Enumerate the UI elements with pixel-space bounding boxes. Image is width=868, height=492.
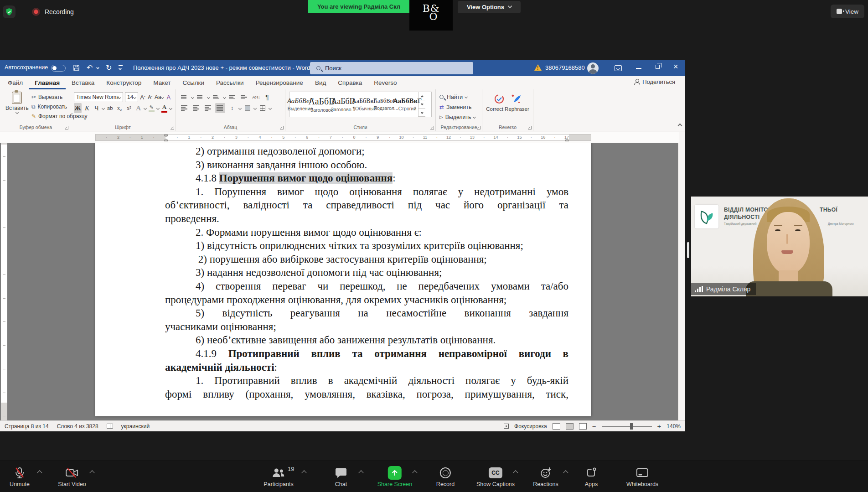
bullets-button[interactable] [180,92,190,102]
tab-ссылки[interactable]: Ссылки [177,76,211,89]
restore-button[interactable] [656,65,660,69]
font-size-combo[interactable]: 14 [125,92,138,102]
replace-button[interactable]: ⇄Заменить [439,103,478,111]
warning-icon[interactable] [534,64,542,71]
align-center-button[interactable] [191,103,202,113]
clear-formatting-button[interactable]: А [165,94,172,101]
dialog-launcher-icon[interactable] [65,126,68,129]
vertical-ruler[interactable] [1,143,7,420]
underline-button[interactable]: Ч [93,103,100,113]
sort-button[interactable]: АЯ↓ [251,92,261,102]
minimize-button[interactable] [636,68,641,69]
chevron-up-icon[interactable] [37,470,42,475]
tab-вставка[interactable]: Вставка [66,76,100,89]
correct-icon[interactable] [494,93,505,104]
view-options-button[interactable]: View Options [458,1,521,13]
dialog-launcher-icon[interactable] [430,126,434,129]
toolbar-show-captions[interactable]: CCShow Captions [476,466,515,487]
horizontal-ruler[interactable]: ·2·1·1·2·3·4·5·6·7·8·9·10·11·12·13·14·15… [95,134,591,141]
view-button[interactable]: View [831,5,864,18]
dialog-launcher-icon[interactable] [528,126,532,129]
find-button[interactable]: Найти [439,93,478,101]
style-item[interactable]: АаБбВЗаголовок [311,92,332,117]
toolbar-start-video[interactable]: Start Video [58,466,86,487]
paste-button[interactable]: Вставить [5,92,29,123]
zoom-out-button[interactable]: − [592,422,596,430]
highlight-button[interactable]: ✎ [148,103,155,113]
font-name-combo[interactable]: Times New Romar [74,92,123,102]
gallery-up-button[interactable] [418,92,425,100]
dialog-launcher-icon[interactable] [170,126,174,129]
select-button[interactable]: ▷Выделить [439,113,478,121]
borders-button[interactable] [258,103,267,113]
toolbar-record[interactable]: Record [436,466,455,487]
document-page[interactable]: 2) отримання недозволеної допомоги;3) ви… [95,143,591,416]
toolbar-unmute[interactable]: Unmute [10,466,30,487]
tab-рассылки[interactable]: Рассылки [210,76,250,89]
zoom-in-button[interactable]: + [657,422,661,430]
align-left-button[interactable] [180,103,190,113]
toolbar-chat[interactable]: Chat [334,466,348,487]
font-color-button[interactable]: А [161,103,168,113]
collapse-ribbon-button[interactable] [678,121,682,129]
bold-button[interactable]: Ж [74,103,82,113]
chevron-up-icon[interactable] [358,470,363,475]
style-item[interactable]: АаБбВвГгПодзагол... [375,92,397,117]
dialog-launcher-icon[interactable] [280,126,284,129]
strikethrough-button[interactable]: ab [106,103,114,113]
style-item[interactable]: АаБбВвГ¶Обычный [354,92,375,117]
align-right-button[interactable] [203,103,213,113]
shrink-font-button[interactable]: Аˇ [147,94,152,100]
gallery-down-button[interactable] [418,100,425,109]
numbering-button[interactable] [196,92,206,102]
pilcrow-button[interactable]: ¶ [263,92,271,102]
proofing-icon[interactable] [107,424,113,429]
tab-reverso[interactable]: Reverso [368,76,403,89]
toolbar-apps[interactable]: Apps [584,466,598,487]
line-spacing-button[interactable]: ↕ [227,103,237,113]
qat-more-button[interactable] [119,65,123,66]
account-avatar[interactable] [587,62,599,74]
chevron-up-icon[interactable] [563,470,568,475]
toolbar-share-screen[interactable]: Share Screen [377,466,412,487]
superscript-button[interactable]: x² [125,103,133,113]
print-layout-button[interactable] [566,423,574,430]
grow-font-button[interactable]: Аˆ [140,94,146,101]
tab-справка[interactable]: Справка [332,76,368,89]
tab-конструктор[interactable]: Конструктор [100,76,147,89]
toolbar-reactions[interactable]: Reactions [533,466,558,487]
close-button[interactable]: × [673,62,678,72]
language-indicator[interactable]: украинский [121,423,150,430]
search-input[interactable]: Поиск [310,62,473,74]
focus-icon[interactable] [504,424,509,429]
chevron-up-icon[interactable] [412,470,417,475]
save-button[interactable] [73,64,80,73]
decrease-indent-button[interactable] [227,92,238,102]
read-mode-button[interactable] [553,423,560,430]
italic-button[interactable]: К [83,103,91,113]
chevron-up-icon[interactable] [89,470,94,475]
increase-indent-button[interactable] [239,92,249,102]
chevron-up-icon[interactable] [301,470,306,475]
dialog-launcher-icon[interactable] [477,126,480,129]
subscript-button[interactable]: x₂ [116,103,124,113]
word-count[interactable]: Слово 4 из 3828 [57,423,98,430]
web-layout-button[interactable] [579,423,587,430]
style-item[interactable]: АаБбВеГВыделение [289,92,311,117]
toolbar-whiteboards[interactable]: Whiteboards [626,466,658,487]
change-case-button[interactable]: Аа [155,94,164,100]
autosave-toggle[interactable] [51,65,66,72]
focus-label[interactable]: Фокусировка [514,423,547,430]
video-panel-handle[interactable] [687,242,689,258]
tab-рецензирование[interactable]: Рецензирование [250,76,309,89]
redo-button[interactable]: ↻ [106,64,112,72]
multilevel-list-button[interactable] [212,92,222,102]
tab-макет[interactable]: Макет [147,76,176,89]
tab-главная[interactable]: Главная [29,76,66,89]
rephraser-quill-icon[interactable] [511,93,522,104]
zoom-slider[interactable] [602,426,652,427]
page-indicator[interactable]: Страница 8 из 14 [5,423,49,430]
undo-chevron-icon[interactable] [96,66,99,69]
gallery-more-button[interactable] [418,109,425,117]
shading-button[interactable] [243,103,252,113]
